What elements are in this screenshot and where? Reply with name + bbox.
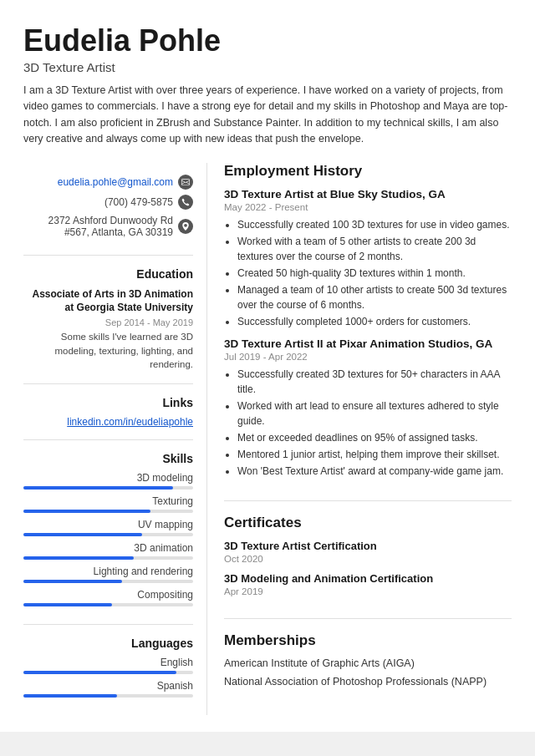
address-contact: 2372 Ashford Dunwoody Rd #567, Atlanta, … <box>23 215 193 238</box>
job-bullet: Created 50 high-quality 3D textures with… <box>237 266 512 281</box>
skill-name: 3D animation <box>23 542 193 554</box>
language-item: Spanish <box>23 680 193 698</box>
phone-text: (700) 479-5875 <box>104 196 173 208</box>
job-title: 3D Texture Artist II at Pixar Animation … <box>224 337 512 350</box>
job-bullet: Successfully completed 1000+ orders for … <box>237 314 512 329</box>
skill-item: Compositing <box>23 589 193 606</box>
skill-bar-bg <box>23 556 193 560</box>
edu-description: Some skills I've learned are 3D modeling… <box>23 330 193 372</box>
cert-title: 3D Texture Artist Certification <box>224 540 512 552</box>
cert-date: Oct 2020 <box>224 554 512 564</box>
links-section: Links linkedin.com/in/eudeliapohle <box>23 384 193 440</box>
language-bar-fill <box>23 671 176 674</box>
email-contact: eudelia.pohle@gmail.com <box>23 175 193 190</box>
skill-item: Lighting and rendering <box>23 566 193 583</box>
linkedin-link[interactable]: linkedin.com/in/eudeliapohle <box>23 416 193 428</box>
skill-item: UV mapping <box>23 519 193 536</box>
memberships-title: Memberships <box>224 632 512 649</box>
skill-bar-fill <box>23 603 112 606</box>
skill-bar-fill <box>23 556 134 560</box>
cert-date: Apr 2019 <box>224 586 512 596</box>
job-bullet: Won 'Best Texture Artist' award at compa… <box>237 464 512 479</box>
skill-bar-bg <box>23 510 193 513</box>
skill-item: Texturing <box>23 495 193 513</box>
job-bullet: Successfully created 100 3D textures for… <box>237 217 512 232</box>
education-title: Education <box>23 267 193 281</box>
skill-bar-fill <box>23 580 122 583</box>
job-dates: Jul 2019 - Apr 2022 <box>224 352 512 362</box>
language-name: English <box>23 657 193 668</box>
language-bar-bg <box>23 694 193 698</box>
language-bar-bg <box>23 671 193 674</box>
skills-section: Skills 3D modeling Texturing UV mapping … <box>23 440 193 625</box>
skills-title: Skills <box>23 452 193 465</box>
certs-list: 3D Texture Artist Certification Oct 2020… <box>224 540 512 596</box>
skill-name: Lighting and rendering <box>23 566 193 577</box>
job-bullet: Mentored 1 junior artist, helping them i… <box>237 447 512 462</box>
candidate-title: 3D Texture Artist <box>23 60 512 74</box>
languages-list: English Spanish <box>23 657 193 698</box>
language-item: English <box>23 657 193 674</box>
skill-bar-bg <box>23 580 193 583</box>
left-column: eudelia.pohle@gmail.com (700) 479-5875 2… <box>23 163 207 716</box>
language-bar-fill <box>23 694 117 698</box>
job-bullets: Successfully created 100 3D textures for… <box>224 217 512 329</box>
job-bullet: Successfully created 3D textures for 50+… <box>237 367 512 397</box>
membership-item: American Institute of Graphic Arts (AIGA… <box>224 657 512 669</box>
two-col-layout: eudelia.pohle@gmail.com (700) 479-5875 2… <box>23 163 512 716</box>
job-bullet: Worked with art lead to ensure all textu… <box>237 398 512 429</box>
skill-name: UV mapping <box>23 519 193 530</box>
skills-list: 3D modeling Texturing UV mapping 3D anim… <box>23 472 193 606</box>
contact-section: eudelia.pohle@gmail.com (700) 479-5875 2… <box>23 163 193 256</box>
email-icon <box>178 175 193 190</box>
address-text: 2372 Ashford Dunwoody Rd #567, Atlanta, … <box>23 215 173 238</box>
header: Eudelia Pohle 3D Texture Artist I am a 3… <box>23 23 512 148</box>
candidate-summary: I am a 3D Texture Artist with over three… <box>23 83 512 148</box>
memberships-list: American Institute of Graphic Arts (AIGA… <box>224 657 512 688</box>
job-title: 3D Texture Artist at Blue Sky Studios, G… <box>224 188 512 200</box>
skill-item: 3D modeling <box>23 472 193 490</box>
cert-item: 3D Texture Artist Certification Oct 2020 <box>224 540 512 564</box>
languages-section: Languages English Spanish <box>23 625 193 715</box>
location-icon <box>178 219 193 234</box>
resume-container: Eudelia Pohle 3D Texture Artist I am a 3… <box>0 0 535 732</box>
membership-item: National Association of Photoshop Profes… <box>224 676 512 688</box>
skill-name: Compositing <box>23 589 193 601</box>
job-dates: May 2022 - Present <box>224 202 512 212</box>
employment-title: Employment History <box>224 163 512 180</box>
skill-bar-bg <box>23 486 193 490</box>
skill-name: 3D modeling <box>23 472 193 484</box>
job-item: 3D Texture Artist at Blue Sky Studios, G… <box>224 188 512 329</box>
language-name: Spanish <box>23 680 193 692</box>
certificates-section: Certificates 3D Texture Artist Certifica… <box>224 515 512 619</box>
job-bullet: Worked with a team of 5 other artists to… <box>237 234 512 264</box>
job-bullet: Met or exceeded deadlines on 95% of assi… <box>237 430 512 445</box>
email-text[interactable]: eudelia.pohle@gmail.com <box>58 176 173 188</box>
job-bullets: Successfully created 3D textures for 50+… <box>224 367 512 479</box>
candidate-name: Eudelia Pohle <box>23 23 512 58</box>
phone-contact: (700) 479-5875 <box>23 195 193 210</box>
skill-item: 3D animation <box>23 542 193 560</box>
skill-bar-fill <box>23 510 150 513</box>
skill-bar-fill <box>23 486 173 490</box>
jobs-list: 3D Texture Artist at Blue Sky Studios, G… <box>224 188 512 479</box>
cert-title: 3D Modeling and Animation Certification <box>224 572 512 585</box>
education-section: Education Associate of Arts in 3D Animat… <box>23 256 193 385</box>
right-column: Employment History 3D Texture Artist at … <box>207 163 512 716</box>
certificates-title: Certificates <box>224 515 512 531</box>
memberships-section: Memberships American Institute of Graphi… <box>224 632 512 708</box>
edu-dates: Sep 2014 - May 2019 <box>23 317 193 327</box>
links-title: Links <box>23 396 193 409</box>
employment-section: Employment History 3D Texture Artist at … <box>224 163 512 501</box>
phone-icon <box>178 195 193 210</box>
languages-title: Languages <box>23 637 193 650</box>
skill-name: Texturing <box>23 495 193 507</box>
job-bullet: Managed a team of 10 other artists to cr… <box>237 282 512 312</box>
cert-item: 3D Modeling and Animation Certification … <box>224 572 512 596</box>
skill-bar-fill <box>23 533 142 536</box>
skill-bar-bg <box>23 603 193 606</box>
skill-bar-bg <box>23 533 193 536</box>
edu-degree: Associate of Arts in 3D Animation at Geo… <box>23 287 193 316</box>
job-item: 3D Texture Artist II at Pixar Animation … <box>224 337 512 479</box>
